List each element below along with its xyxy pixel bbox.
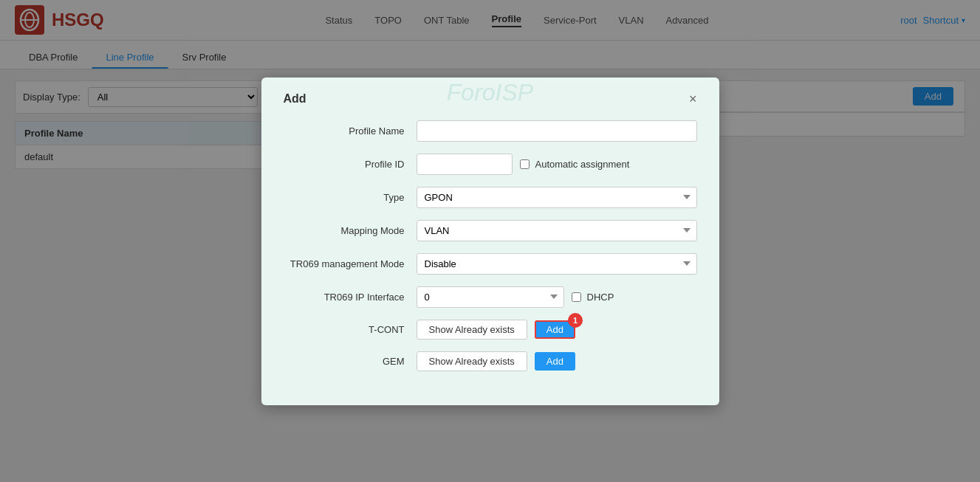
modal-title: Add bbox=[284, 92, 306, 106]
profile-name-label: Profile Name bbox=[284, 125, 417, 137]
profile-name-input[interactable] bbox=[417, 120, 697, 142]
profile-id-input[interactable] bbox=[417, 154, 513, 175]
profile-id-label: Profile ID bbox=[284, 159, 417, 170]
modal-overlay: ForoISP Add × Profile Name Profile ID Au… bbox=[0, 0, 980, 180]
modal-header: Add × bbox=[284, 92, 697, 106]
modal-close-button[interactable]: × bbox=[689, 92, 697, 106]
automatic-assignment-label: Automatic assignment bbox=[535, 159, 630, 170]
automatic-assignment-checkbox[interactable] bbox=[520, 159, 530, 169]
modal: ForoISP Add × Profile Name Profile ID Au… bbox=[261, 78, 719, 181]
automatic-assignment-group: Automatic assignment bbox=[520, 159, 630, 170]
profile-id-row: Profile ID Automatic assignment bbox=[284, 154, 697, 175]
profile-name-row: Profile Name bbox=[284, 120, 697, 142]
